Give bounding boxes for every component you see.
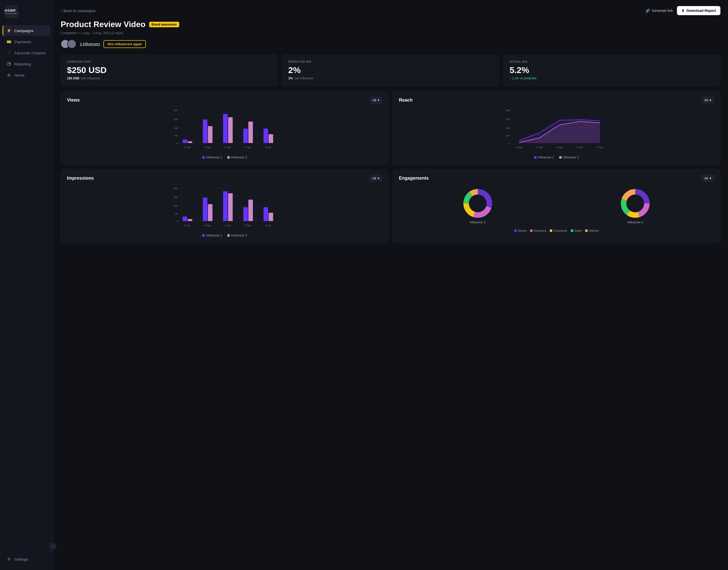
- legend-label: Influencer 1: [206, 156, 222, 159]
- svg-text:4 Aug: 4 Aug: [557, 146, 562, 149]
- sidebar-item-label: Settings: [14, 557, 28, 561]
- engagements-filter[interactable]: All ▾: [702, 175, 714, 182]
- campaign-title-row: Product Review Video Brand awareness: [61, 20, 720, 29]
- duets-label: Duets: [574, 229, 582, 232]
- chart-title: Engagements: [399, 176, 429, 181]
- charts-row-1: Views All ▾ 30K 20K 10K: [61, 91, 720, 165]
- svg-point-73: [469, 195, 487, 212]
- comments-label: Comments: [553, 229, 567, 232]
- sidebar-item-label: Home: [14, 73, 24, 77]
- donut-charts-row: Influencer 1: [399, 186, 714, 227]
- logo-text: GGWP: [5, 9, 19, 12]
- download-icon: ⬇: [682, 9, 685, 13]
- reach-filter[interactable]: All ▾: [702, 97, 714, 103]
- svg-text:0: 0: [177, 220, 178, 223]
- svg-rect-16: [228, 117, 233, 143]
- chevron-down-icon: ▾: [710, 176, 711, 180]
- download-report-button[interactable]: ⬇ Download Report: [677, 6, 720, 15]
- chart-title: Impressions: [67, 176, 94, 181]
- arrow-up-icon: ↑: [510, 76, 511, 80]
- legend-inf2: Influencer 2: [559, 156, 579, 159]
- svg-rect-13: [203, 119, 208, 143]
- chevron-down-icon: ▾: [378, 98, 380, 102]
- svg-text:10K: 10K: [174, 127, 178, 129]
- kpi-sub: 1% / per influencer: [288, 76, 493, 80]
- reach-svg: 99K 75K 50K 25K 0 2 Aug 3 Aug 4: [399, 108, 714, 153]
- svg-text:6 Aug: 6 Aug: [597, 146, 603, 149]
- reach-legend: Influencer 1 Influencer 2: [399, 156, 714, 159]
- views-legend: Influencer 1 Influencer 2: [67, 156, 382, 159]
- campaign-status: Completed: [61, 31, 76, 35]
- views-chart-card: Views All ▾ 30K 20K 10K: [61, 91, 389, 165]
- views-filter[interactable]: All ▾: [370, 97, 382, 103]
- back-to-campaigns-link[interactable]: ‹ Back to campaigns: [61, 9, 95, 13]
- chart-header: Reach All ▾: [399, 97, 714, 103]
- legend-color-reactions: [530, 229, 533, 232]
- svg-text:5K: 5K: [175, 213, 178, 215]
- svg-text:2 Aug: 2 Aug: [184, 146, 190, 149]
- chevron-down-icon: ▾: [378, 176, 380, 180]
- svg-text:30K: 30K: [174, 187, 178, 190]
- kpi-value: $250 USD: [67, 65, 271, 75]
- sidebar-item-campaigns[interactable]: ⚡ Campaigns: [3, 25, 50, 36]
- svg-text:5 Aug: 5 Aug: [245, 146, 251, 149]
- heart-icon: ♡: [6, 50, 11, 55]
- svg-text:99K: 99K: [506, 109, 510, 112]
- sidebar-item-label: Campaigns: [14, 29, 34, 33]
- svg-rect-12: [188, 141, 192, 143]
- sidebar-item-payments[interactable]: 💳 Payments: [3, 36, 50, 47]
- svg-text:50K: 50K: [506, 127, 510, 129]
- legend-inf2: Influencer 2: [227, 234, 247, 237]
- impressions-filter[interactable]: All ▾: [370, 175, 382, 182]
- legend-reactions: Reactions: [530, 229, 546, 232]
- donut-svg-1: [463, 188, 493, 219]
- svg-text:10K: 10K: [174, 205, 178, 208]
- svg-text:20K: 20K: [174, 118, 178, 120]
- chevron-down-icon: ▾: [710, 98, 711, 102]
- kpi-actual-roi: ACTUAL ROI 5.2% ↑ 1.1% vs predicted: [503, 55, 720, 86]
- donut-label-1: Influencer 1: [470, 221, 486, 224]
- svg-rect-17: [243, 128, 248, 143]
- top-bar: ‹ Back to campaigns 🔗 Generate link ⬇ Do…: [61, 6, 720, 15]
- impressions-bar-chart: 30K 20K 10K 5K 0: [67, 186, 382, 231]
- sidebar-item-label: Payments: [14, 40, 31, 44]
- svg-rect-20: [269, 134, 273, 143]
- brand-badge: Brand awareness: [149, 22, 179, 27]
- svg-rect-60: [248, 200, 253, 221]
- svg-rect-56: [208, 204, 213, 221]
- legend-color-inf1: [202, 234, 205, 237]
- legend-color-inf1: [534, 156, 537, 159]
- sidebar-item-settings[interactable]: ⚙ Settings: [3, 554, 50, 564]
- influencer-row: 2 influencers Hire influencers again: [61, 39, 720, 48]
- sidebar-collapse-button[interactable]: ‹: [49, 543, 56, 550]
- kpi-sub: 125 USD / per influencer: [67, 76, 271, 80]
- engagements-chart-card: Engagements All ▾: [393, 169, 720, 243]
- sidebar-item-favourite-creators[interactable]: ♡ Favourite Creators: [3, 47, 50, 58]
- avatar-2: [67, 39, 76, 48]
- svg-text:5 Aug: 5 Aug: [245, 224, 251, 227]
- svg-rect-19: [264, 128, 268, 143]
- settings-icon: ⚙: [6, 557, 11, 562]
- svg-rect-53: [183, 217, 187, 221]
- hire-again-button[interactable]: Hire influencers again: [103, 40, 146, 48]
- svg-rect-58: [228, 193, 233, 221]
- svg-text:3 Aug: 3 Aug: [205, 146, 210, 149]
- sidebar-item-reporting[interactable]: Reporting: [3, 59, 50, 69]
- sidebar-item-home[interactable]: ⊞ Home: [3, 70, 50, 80]
- legend-inf2: Influencer 2: [227, 156, 247, 159]
- generate-link-button[interactable]: 🔗 Generate link: [646, 9, 673, 13]
- legend-comments: Comments: [550, 229, 567, 232]
- kpi-value: 2%: [288, 65, 493, 75]
- svg-rect-18: [248, 121, 253, 143]
- legend-color-inf2: [227, 234, 230, 237]
- main-nav: ⚡ Campaigns 💳 Payments ♡ Favourite Creat…: [0, 25, 53, 551]
- svg-rect-14: [208, 126, 213, 143]
- legend-shares: Shares: [514, 229, 527, 232]
- legend-color-comments: [550, 229, 552, 232]
- chart-title: Reach: [399, 97, 413, 103]
- kpi-label: CAMPAIGN COST: [67, 60, 271, 63]
- kpi-label: PREDICTED ROI: [288, 60, 493, 63]
- kpi-value: 5.2%: [510, 65, 714, 75]
- influencer-count-link[interactable]: 2 influencers: [80, 42, 100, 46]
- svg-point-79: [627, 195, 644, 212]
